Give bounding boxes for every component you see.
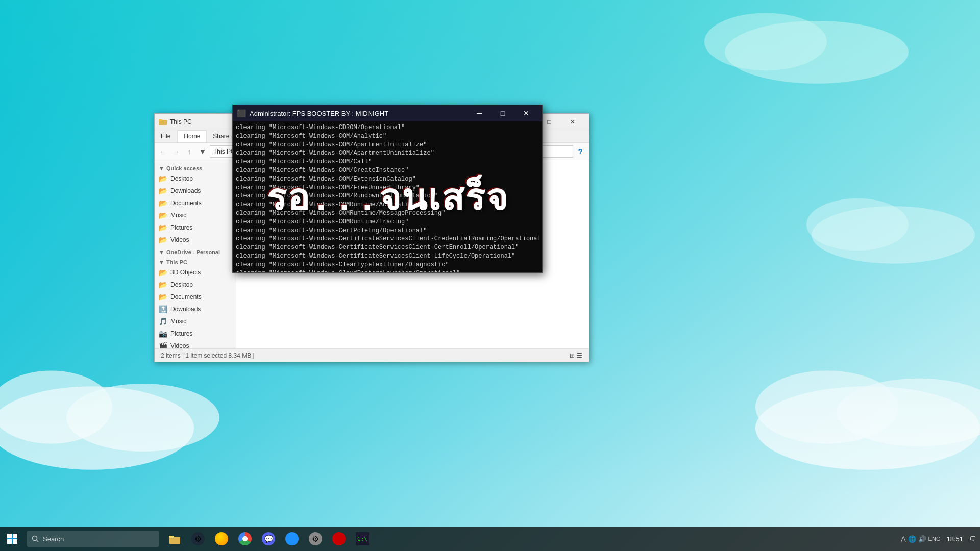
sidebar-item-documents[interactable]: 📂 Documents: [155, 197, 236, 209]
tab-home[interactable]: Home: [177, 130, 207, 142]
sidebar-item-label: Desktop: [170, 175, 193, 182]
network-tray-icon[interactable]: 🌐: [908, 535, 916, 543]
sidebar-item-label: Pictures: [170, 224, 192, 231]
view-icons-button[interactable]: ⊞: [570, 352, 575, 359]
sidebar-item-downloads[interactable]: 📂 Downloads: [155, 185, 236, 197]
svg-point-1: [0, 370, 112, 443]
sidebar-item-downloads2[interactable]: 🔝 Downloads: [155, 303, 236, 315]
cmd-line: clearing "Microsoft-Windows-COMRuntime/A…: [236, 201, 539, 209]
cmd-line: clearing "Microsoft-Windows-COM/RundownI…: [236, 192, 539, 201]
file-explorer-icon: [159, 118, 167, 126]
sidebar-item-desktop2[interactable]: 📂 Desktop: [155, 279, 236, 291]
cmd-line: clearing "Microsoft-Windows-COMRuntime/T…: [236, 218, 539, 227]
discord-icon: 💬: [262, 532, 275, 545]
start-button[interactable]: [0, 527, 24, 551]
cmd-line: clearing "Microsoft-Windows-ClearTypeTex…: [236, 261, 539, 269]
close-button[interactable]: ✕: [561, 114, 584, 130]
cmd-close-button[interactable]: ✕: [514, 105, 538, 121]
quick-access-label: Quick access: [166, 165, 202, 171]
cmd-icon: ⬛: [237, 109, 246, 117]
notification-icon[interactable]: 🗨: [969, 535, 976, 543]
svg-point-6: [725, 21, 909, 84]
forward-button[interactable]: →: [170, 145, 182, 158]
taskbar-app-orange[interactable]: [210, 528, 233, 550]
sidebar-section-this-pc[interactable]: ▼ This PC: [155, 256, 236, 266]
cmd-line: clearing "Microsoft-Windows-CloudRestore…: [236, 269, 539, 272]
folder-icon: [168, 532, 181, 545]
svg-point-7: [704, 13, 827, 71]
cmd-body[interactable]: clearing "Microsoft-Windows-CDROM/Operat…: [233, 121, 542, 272]
svg-point-3: [755, 386, 980, 470]
folder-icon: 📂: [159, 293, 167, 301]
app-icon-blue: [285, 532, 299, 545]
svg-point-5: [837, 379, 980, 446]
clock-time: 18:51: [946, 535, 963, 543]
sidebar-item-desktop[interactable]: 📂 Desktop: [155, 172, 236, 185]
taskbar-discord[interactable]: 💬: [257, 528, 280, 550]
taskbar-settings[interactable]: ⚙: [304, 528, 327, 550]
taskbar-cmd[interactable]: C:\: [351, 528, 374, 550]
cmd-window-controls: ─ □ ✕: [468, 105, 538, 121]
svg-point-9: [806, 198, 909, 251]
taskbar-apps: ⚙ 💬 ⚙ C:\: [163, 528, 374, 550]
folder-icon: 🔝: [159, 305, 167, 313]
sidebar-item-documents2[interactable]: 📂 Documents: [155, 291, 236, 303]
sidebar-item-music[interactable]: 📂 Music: [155, 209, 236, 221]
folder-icon: 📂: [159, 187, 167, 195]
system-tray: ⋀ 🌐 🔊 ENG 18:51 🗨: [901, 535, 980, 543]
help-button[interactable]: ?: [574, 145, 586, 158]
taskbar-app-blue[interactable]: [281, 528, 303, 550]
tab-file[interactable]: File: [155, 130, 177, 142]
windows-logo: [7, 534, 17, 544]
sidebar-section-onedrive[interactable]: ▼ OneDrive - Personal: [155, 246, 236, 256]
cmd-minimize-button[interactable]: ─: [468, 105, 491, 121]
cmd-line: clearing "Microsoft-Windows-CDROM/Operat…: [236, 123, 539, 132]
taskbar-browser[interactable]: [234, 528, 256, 550]
folder-icon: 📂: [159, 223, 167, 232]
sidebar-item-label: Documents: [170, 293, 202, 300]
folder-icon: 📂: [159, 236, 167, 244]
taskbar-search[interactable]: Search: [27, 531, 159, 547]
tab-share[interactable]: Share: [207, 130, 236, 142]
svg-rect-12: [159, 119, 162, 121]
up-button[interactable]: ↑: [183, 145, 195, 158]
search-text: Search: [43, 535, 64, 543]
folder-icon: 📂: [159, 268, 167, 277]
chevron-tray[interactable]: ⋀: [901, 535, 906, 542]
svg-line-14: [37, 540, 39, 542]
taskbar-steam[interactable]: ⚙: [187, 528, 209, 550]
folder-icon: 📂: [159, 174, 167, 183]
svg-rect-15: [169, 537, 180, 544]
back-button[interactable]: ←: [157, 145, 169, 158]
cmd-line: clearing "Microsoft-Windows-COM/Call": [236, 158, 539, 166]
cmd-title: Administrator: FPS BOOSTER BY : MIDNIGHT: [250, 110, 468, 117]
sidebar-item-pictures[interactable]: 📂 Pictures: [155, 221, 236, 234]
cmd-line: clearing "Microsoft-Windows-CertPoleEng/…: [236, 227, 539, 235]
taskbar-clock[interactable]: 18:51: [942, 535, 967, 543]
sidebar-item-videos2[interactable]: 🎬 Videos: [155, 340, 236, 348]
sidebar-item-label: Pictures: [170, 330, 192, 337]
volume-icon[interactable]: 🔊: [918, 535, 926, 543]
cmd-maximize-button[interactable]: □: [491, 105, 514, 121]
cmd-line: clearing "Microsoft-Windows-COMRuntime/M…: [236, 209, 539, 218]
taskbar-file-explorer[interactable]: [163, 528, 186, 550]
folder-icon: 📂: [159, 199, 167, 207]
sidebar-item-music2[interactable]: 🎵 Music: [155, 315, 236, 328]
sidebar-section-quick-access[interactable]: ▼ Quick access: [155, 162, 236, 172]
sidebar-item-3dobjects[interactable]: 📂 3D Objects: [155, 266, 236, 279]
chevron-icon: ▼: [159, 165, 164, 171]
folder-icon: 📷: [159, 330, 167, 338]
sidebar-item-pictures2[interactable]: 📷 Pictures: [155, 328, 236, 340]
taskbar-app-red[interactable]: [328, 528, 350, 550]
cmd-taskbar-icon: C:\: [356, 532, 369, 545]
folder-icon: 🎵: [159, 317, 167, 325]
cmd-titlebar[interactable]: ⬛ Administrator: FPS BOOSTER BY : MIDNIG…: [233, 105, 542, 121]
sidebar-item-label: Downloads: [170, 187, 201, 194]
cmd-line: clearing "Microsoft-Windows-COM/CreateIn…: [236, 166, 539, 175]
svg-point-0: [0, 386, 194, 470]
cmd-window: ⬛ Administrator: FPS BOOSTER BY : MIDNIG…: [232, 105, 543, 273]
sidebar-item-videos[interactable]: 📂 Videos: [155, 234, 236, 246]
recent-button[interactable]: ▼: [197, 145, 209, 158]
view-list-button[interactable]: ☰: [577, 352, 582, 359]
folder-icon: 🎬: [159, 342, 167, 348]
